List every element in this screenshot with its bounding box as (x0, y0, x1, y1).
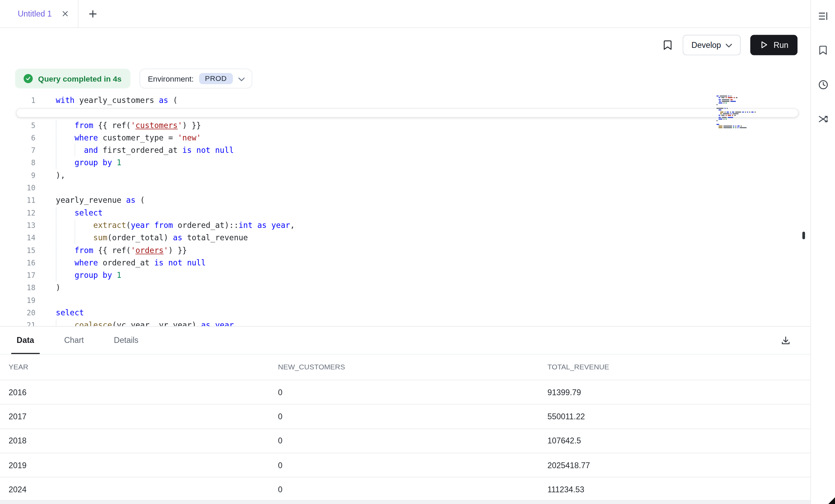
code-text: from {{ ref('customers') }} (35, 119, 811, 132)
line-number: 1 (0, 94, 35, 107)
results-header-row: YEARNEW_CUSTOMERSTOTAL_REVENUE (0, 355, 811, 380)
table-row: 20180107642.5 (0, 429, 811, 453)
table-cell: 2024 (9, 485, 278, 494)
right-sidebar (811, 0, 835, 504)
indent-guide (56, 269, 56, 282)
line-number: 21 (0, 319, 35, 326)
resize-handle[interactable] (828, 497, 835, 504)
code-line: 13 extract(year from ordered_at)::int as… (0, 219, 811, 232)
environment-selector[interactable]: Environment: PROD (139, 69, 252, 88)
table-cell: 2017 (9, 412, 278, 421)
minimap[interactable] (717, 95, 760, 134)
tab-details[interactable]: Details (109, 327, 144, 354)
column-header: NEW_CUSTOMERS (278, 363, 547, 371)
code-line: 9), (0, 169, 811, 182)
indent-guide (56, 132, 56, 144)
code-text: select (35, 307, 811, 319)
line-number: 8 (0, 157, 35, 169)
code-text: group by 1 (35, 157, 811, 169)
table-cell: 2018 (9, 436, 278, 445)
bookmarks-button[interactable] (816, 44, 830, 58)
code-text: sum(order_total) as total_revenue (35, 232, 811, 244)
indent-guide (56, 207, 56, 219)
table-row: 20170550011.22 (0, 405, 811, 429)
indent-guide (74, 219, 75, 232)
code-line: 15 from {{ ref('orders') }} (0, 244, 811, 257)
develop-label: Develop (691, 40, 721, 49)
code-text: yearly_revenue as ( (35, 195, 811, 207)
develop-dropdown[interactable]: Develop (683, 34, 741, 55)
line-number: 9 (0, 169, 35, 182)
table-cell: 2019 (9, 461, 278, 470)
line-number: 17 (0, 269, 35, 282)
results-panel: Data Chart Details YEARNEW_CUSTOMERSTOTA… (0, 326, 811, 502)
indent-guide (56, 319, 56, 326)
code-line: 20select (0, 307, 811, 319)
line-number: 14 (0, 232, 35, 244)
line-number: 10 (0, 182, 35, 194)
code-line: 10 (0, 182, 811, 194)
horizontal-scrollbar[interactable] (0, 500, 811, 504)
table-cell: 2016 (9, 388, 278, 397)
run-label: Run (774, 40, 788, 49)
code-line: 18) (0, 282, 811, 294)
query-status-badge: Query completed in 4s (15, 69, 130, 88)
line-number: 11 (0, 195, 35, 207)
code-text: extract(year from ordered_at)::int as ye… (35, 219, 811, 232)
history-clock-icon (817, 78, 829, 92)
toolbar: Develop Run (0, 28, 811, 62)
download-button[interactable] (780, 327, 791, 354)
line-number: 12 (0, 207, 35, 219)
code-line: 19 (0, 294, 811, 307)
table-cell: 550011.22 (547, 412, 810, 421)
tab-chart-label: Chart (64, 335, 84, 344)
code-text: ) (35, 282, 811, 294)
code-text: from {{ ref('orders') }} (35, 244, 811, 257)
code-text: and first_ordered_at is not null (35, 144, 811, 157)
lineage-icon (817, 113, 829, 126)
table-cell: 111234.53 (547, 485, 810, 494)
indent-guide (56, 144, 56, 157)
code-text: coalesce(yc.year, yr.year) as year, (35, 319, 811, 326)
code-line: 21 coalesce(yc.year, yr.year) as year, (0, 319, 811, 326)
code-line: 12 select (0, 207, 811, 219)
play-icon (760, 40, 769, 49)
table-cell: 107642.5 (547, 436, 810, 445)
environment-value-badge: PROD (199, 73, 233, 84)
status-row: Query completed in 4s Environment: PROD (15, 69, 811, 88)
run-button[interactable]: Run (751, 34, 797, 55)
code-line: 17 group by 1 (0, 269, 811, 282)
code-line: 5 from {{ ref('customers') }} (0, 119, 811, 132)
bookmark-button[interactable] (662, 39, 673, 51)
table-row: 2016091399.79 (0, 380, 811, 405)
bookmark-icon (818, 44, 828, 57)
indent-guide (56, 257, 56, 269)
collapsed-lines-row (0, 107, 811, 119)
line-number: 7 (0, 144, 35, 157)
tab-chart[interactable]: Chart (59, 327, 89, 354)
main-area: Untitled 1 Develop (0, 0, 811, 504)
tab-data[interactable]: Data (11, 327, 40, 354)
history-button[interactable] (816, 78, 830, 92)
code-text: group by 1 (35, 269, 811, 282)
tab-title: Untitled 1 (18, 9, 52, 18)
line-number: 15 (0, 244, 35, 257)
chevron-down-icon (238, 74, 245, 83)
code-line: 14 sum(order_total) as total_revenue (0, 232, 811, 244)
close-icon[interactable] (61, 10, 69, 18)
editor-lines: 1with yearly_customers as (5 from {{ ref… (0, 94, 811, 326)
line-number: 13 (0, 219, 35, 232)
indent-guide (56, 219, 56, 232)
tab-untitled-1[interactable]: Untitled 1 (0, 0, 79, 27)
code-line: 16 where ordered_at is not null (0, 257, 811, 269)
layout-list-icon (817, 10, 829, 23)
sql-editor[interactable]: 1with yearly_customers as (5 from {{ ref… (0, 94, 811, 326)
table-cell: 0 (278, 388, 547, 397)
new-tab-button[interactable] (88, 0, 98, 27)
code-text (35, 294, 811, 307)
table-cell: 0 (278, 461, 547, 470)
tab-details-label: Details (114, 335, 138, 344)
editor-scrollbar-thumb[interactable] (802, 232, 805, 239)
layout-list-button[interactable] (816, 10, 830, 24)
lineage-button[interactable] (816, 113, 830, 127)
